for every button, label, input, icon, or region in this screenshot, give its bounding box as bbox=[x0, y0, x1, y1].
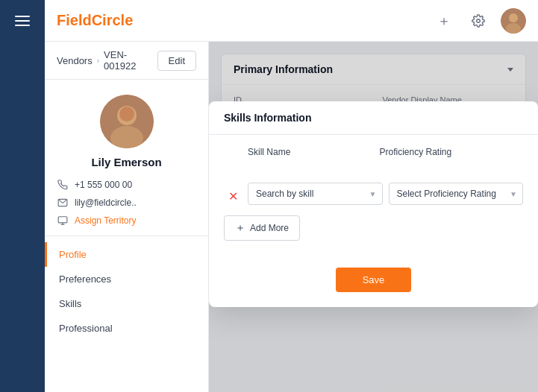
email-icon bbox=[57, 197, 69, 209]
left-panel: Vendors › VEN-001922 Edit bbox=[45, 42, 209, 392]
modal-body: Skill Name Proficiency Rating ✕ bbox=[209, 135, 538, 268]
breadcrumb-separator: › bbox=[97, 57, 99, 65]
add-more-button[interactable]: ＋ Add More bbox=[224, 215, 300, 241]
breadcrumb-vendors-link[interactable]: Vendors bbox=[57, 55, 93, 66]
add-more-label: Add More bbox=[250, 223, 289, 233]
proficiency-rating-wrapper: Select Proficiency Rating Beginner Inter… bbox=[389, 183, 524, 205]
skill-name-column-label: Skill Name bbox=[248, 147, 368, 157]
user-avatar bbox=[501, 8, 526, 34]
skill-row: ✕ Search by skill ▼ Select Profici bbox=[224, 174, 523, 205]
settings-button[interactable] bbox=[466, 9, 490, 33]
breadcrumb: Vendors › VEN-001922 Edit bbox=[45, 42, 208, 80]
modal-footer: Save bbox=[209, 268, 538, 307]
email-value: lily@fieldcircle.. bbox=[75, 197, 137, 208]
tab-professional[interactable]: Professional bbox=[45, 316, 208, 341]
profile-info: +1 555 000 00 lily@fieldcircle.. bbox=[57, 179, 196, 227]
topnav-icons: ＋ bbox=[432, 8, 526, 34]
edit-button[interactable]: Edit bbox=[157, 51, 196, 71]
tab-skills[interactable]: Skills bbox=[45, 291, 208, 316]
skill-search-select[interactable]: Search by skill bbox=[248, 183, 383, 205]
territory-icon bbox=[57, 215, 69, 227]
phone-row: +1 555 000 00 bbox=[57, 179, 196, 191]
assign-territory-link[interactable]: Assign Territory bbox=[75, 215, 136, 226]
assign-territory-row: Assign Territory bbox=[57, 215, 196, 227]
proficiency-rating-select[interactable]: Select Proficiency Rating Beginner Inter… bbox=[389, 183, 524, 205]
modal-overlay: Skills Information Skill Name Proficienc… bbox=[209, 42, 538, 392]
skill-search-wrapper: Search by skill ▼ bbox=[248, 183, 383, 205]
right-panel: Primary Information ID VEN-001922 Vendor… bbox=[209, 42, 538, 392]
tab-preferences[interactable]: Preferences bbox=[45, 267, 208, 291]
breadcrumb-current: VEN-001922 bbox=[104, 49, 153, 72]
logo-part1: Field bbox=[57, 12, 92, 28]
email-row: lily@fieldcircle.. bbox=[57, 197, 196, 209]
logo-part2: Circle bbox=[92, 12, 134, 28]
svg-rect-9 bbox=[58, 217, 67, 223]
plus-icon: ＋ bbox=[235, 221, 245, 235]
tab-profile[interactable]: Profile bbox=[45, 242, 208, 267]
content-area: Vendors › VEN-001922 Edit bbox=[45, 42, 538, 392]
svg-point-2 bbox=[509, 13, 518, 22]
profile-section: Lily Emerson +1 555 000 00 l bbox=[45, 80, 208, 236]
profile-name: Lily Emerson bbox=[91, 156, 161, 168]
main-content: FieldCircle ＋ bbox=[45, 0, 538, 392]
profile-nav-tabs: Profile Preferences Skills Professional bbox=[45, 236, 208, 347]
modal-header: Skills Information bbox=[209, 101, 538, 135]
app-logo: FieldCircle bbox=[57, 12, 133, 29]
svg-point-7 bbox=[119, 107, 134, 121]
sidebar bbox=[0, 0, 45, 392]
modal-title: Skills Information bbox=[224, 112, 311, 124]
proficiency-column-label: Proficiency Rating bbox=[380, 147, 524, 157]
top-navigation: FieldCircle ＋ bbox=[45, 0, 538, 42]
add-button[interactable]: ＋ bbox=[432, 9, 456, 33]
user-avatar-button[interactable] bbox=[501, 8, 526, 34]
skills-columns-header: Skill Name Proficiency Rating bbox=[224, 147, 523, 162]
skills-modal: Skills Information Skill Name Proficienc… bbox=[209, 101, 538, 307]
menu-toggle-button[interactable] bbox=[0, 0, 45, 42]
save-button[interactable]: Save bbox=[336, 268, 412, 292]
delete-skill-button[interactable]: ✕ bbox=[224, 187, 242, 205]
phone-icon bbox=[57, 179, 69, 191]
profile-avatar bbox=[100, 95, 154, 148]
phone-value: +1 555 000 00 bbox=[75, 180, 132, 190]
svg-point-0 bbox=[477, 19, 481, 22]
